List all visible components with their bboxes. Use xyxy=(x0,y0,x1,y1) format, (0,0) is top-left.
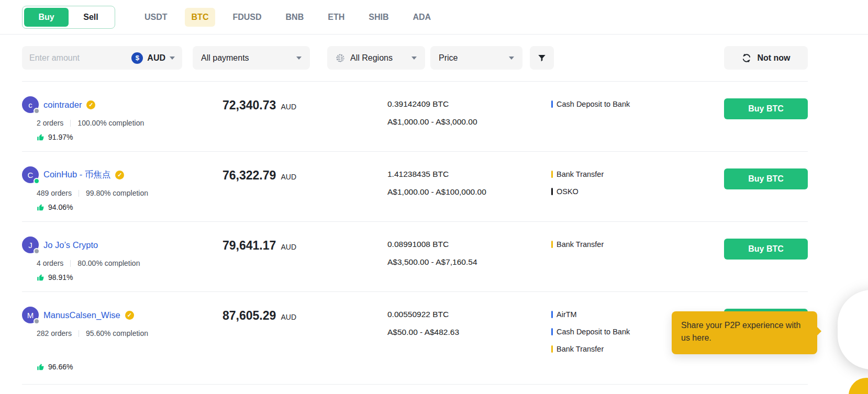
orders-count: 4 orders xyxy=(37,259,63,267)
completion-rate: 99.80% completion xyxy=(86,189,148,197)
offer-price-currency: AUD xyxy=(279,313,296,321)
buy-btc-button[interactable]: Buy BTC xyxy=(724,98,808,119)
header-bar: Buy Sell USDTBTCFDUSDBNBETHSHIBADA xyxy=(0,0,868,35)
price-sort[interactable]: Price xyxy=(430,46,522,70)
chevron-down-icon xyxy=(411,57,417,60)
chevron-down-icon xyxy=(296,57,302,60)
thumbs-up-icon xyxy=(37,363,44,371)
crypto-tab-usdt[interactable]: USDT xyxy=(138,8,174,27)
payment-color-bar xyxy=(551,171,553,178)
positive-rating: 91.97% xyxy=(37,133,222,141)
currency-selector[interactable]: $ AUD xyxy=(131,52,175,64)
completion-rate: 80.00% completion xyxy=(77,259,140,267)
refresh-not-now-button[interactable]: Not now xyxy=(724,46,808,70)
advertiser-name[interactable]: cointrader xyxy=(43,100,82,110)
verified-badge-icon: ✓ xyxy=(86,100,95,109)
price-cell: 72,340.73 AUD xyxy=(222,96,387,141)
crypto-tab-eth[interactable]: ETH xyxy=(321,8,351,27)
currency-label: AUD xyxy=(147,53,165,63)
payment-methods-cell: Cash Deposit to Bank xyxy=(551,96,724,141)
offer-price-currency: AUD xyxy=(279,173,296,181)
trade-cell: Buy BTC xyxy=(724,166,808,211)
avatar[interactable]: C xyxy=(22,166,39,183)
crypto-tab-shib[interactable]: SHIB xyxy=(362,8,395,27)
buy-btc-button[interactable]: Buy BTC xyxy=(724,168,808,189)
order-limit: A$3,500.00 - A$7,160.54 xyxy=(387,256,551,268)
avatar[interactable]: J xyxy=(22,237,39,253)
crypto-tab-bnb[interactable]: BNB xyxy=(279,8,311,27)
filters-bar: $ AUD All payments All Regions Price xyxy=(22,46,808,70)
crypto-tabs: USDTBTCFDUSDBNBETHSHIBADA xyxy=(138,8,448,27)
more-filters-button[interactable] xyxy=(530,46,554,70)
p2p-trading-page: Buy Sell USDTBTCFDUSDBNBETHSHIBADA $ AUD… xyxy=(0,0,868,394)
status-dot xyxy=(34,248,40,254)
offer-price: 79,641.17 xyxy=(222,239,276,252)
feedback-fab-button[interactable] xyxy=(849,378,868,394)
globe-icon xyxy=(336,53,345,63)
feedback-tooltip-text: Share your P2P experience with us here. xyxy=(681,321,800,342)
payment-color-bar xyxy=(551,345,553,353)
offer-price: 72,340.73 xyxy=(222,98,276,112)
verified-badge-icon: ✓ xyxy=(125,311,134,320)
buy-sell-toggle: Buy Sell xyxy=(22,6,115,29)
chevron-down-icon xyxy=(509,57,514,60)
available-amount: 0.39142409 BTC xyxy=(387,98,551,110)
amount-input[interactable] xyxy=(29,53,131,63)
crypto-tab-btc[interactable]: BTC xyxy=(185,8,216,27)
offer-price: 87,605.29 xyxy=(222,309,276,322)
advertiser-name[interactable]: Jo Jo’s Crypto xyxy=(43,240,98,250)
crypto-tab-ada[interactable]: ADA xyxy=(406,8,438,27)
order-limit: A$50.00 - A$482.63 xyxy=(387,327,551,338)
advertiser-name[interactable]: CoinHub - 币焦点 xyxy=(43,169,110,181)
advertiser-name[interactable]: ManusCalsen_Wise xyxy=(43,310,120,320)
price-cell: 76,322.79 AUD xyxy=(222,166,387,211)
tooltip-arrow xyxy=(817,327,821,335)
avatar[interactable]: c xyxy=(22,96,39,113)
buy-btc-button[interactable]: Buy BTC xyxy=(724,239,808,260)
regions-filter[interactable]: All Regions xyxy=(327,46,425,70)
payment-color-bar xyxy=(551,311,553,318)
advertiser-stats: 489 orders 99.80% completion xyxy=(37,189,222,197)
buy-tab[interactable]: Buy xyxy=(24,8,69,27)
avatar[interactable]: M xyxy=(22,307,39,323)
divider xyxy=(79,330,79,337)
payment-methods-cell: Bank TransferOSKO xyxy=(551,166,724,211)
payment-method-label: OSKO xyxy=(557,186,578,197)
trade-cell: Buy BTC xyxy=(724,237,808,282)
positive-rating: 98.91% xyxy=(37,273,222,282)
amount-filter: $ AUD xyxy=(22,46,182,70)
payment-method: Bank Transfer xyxy=(551,239,724,250)
dollar-sign-icon: $ xyxy=(131,52,143,64)
available-amount: 0.08991008 BTC xyxy=(387,239,551,250)
crypto-tab-fdusd[interactable]: FDUSD xyxy=(226,8,268,27)
feedback-tooltip[interactable]: Share your P2P experience with us here. xyxy=(672,311,817,354)
advertiser-stats: 282 orders 95.60% completion xyxy=(37,329,222,337)
amount-cell: 1.41238435 BTC A$1,000.00 - A$100,000.00 xyxy=(387,166,551,211)
payments-filter[interactable]: All payments xyxy=(193,46,310,70)
completion-rate: 95.60% completion xyxy=(86,329,148,337)
orders-count: 489 orders xyxy=(37,189,72,197)
orders-count: 282 orders xyxy=(37,329,72,337)
available-amount: 1.41238435 BTC xyxy=(387,168,551,180)
divider xyxy=(70,260,71,267)
amount-cell: 0.39142409 BTC A$1,000.00 - A$3,000.00 xyxy=(387,96,551,141)
positive-rating: 96.66% xyxy=(37,363,222,371)
payment-method-label: AirTM xyxy=(557,309,577,320)
payment-color-bar xyxy=(551,328,553,335)
sell-tab[interactable]: Sell xyxy=(69,8,113,27)
order-limit: A$1,000.00 - A$3,000.00 xyxy=(387,116,551,128)
offer-row: C CoinHub - 币焦点 ✓ 489 orders 99.80% comp… xyxy=(22,152,808,222)
order-limit: A$1,000.00 - A$100,000.00 xyxy=(387,186,551,198)
payment-method-label: Cash Deposit to Bank xyxy=(557,98,630,110)
offer-row: J Jo Jo’s Crypto 4 orders 80.00% complet… xyxy=(22,222,808,292)
price-sort-label: Price xyxy=(439,53,458,63)
payment-method-label: Bank Transfer xyxy=(557,168,604,180)
payment-methods-cell: Bank Transfer xyxy=(551,237,724,282)
payment-method: OSKO xyxy=(551,186,724,197)
status-dot xyxy=(34,178,40,184)
payment-color-bar xyxy=(551,241,553,248)
amount-cell: 0.00550922 BTC A$50.00 - A$482.63 xyxy=(387,307,551,371)
thumbs-up-icon xyxy=(37,204,44,211)
chevron-down-icon xyxy=(170,57,175,60)
refresh-icon xyxy=(741,53,752,63)
